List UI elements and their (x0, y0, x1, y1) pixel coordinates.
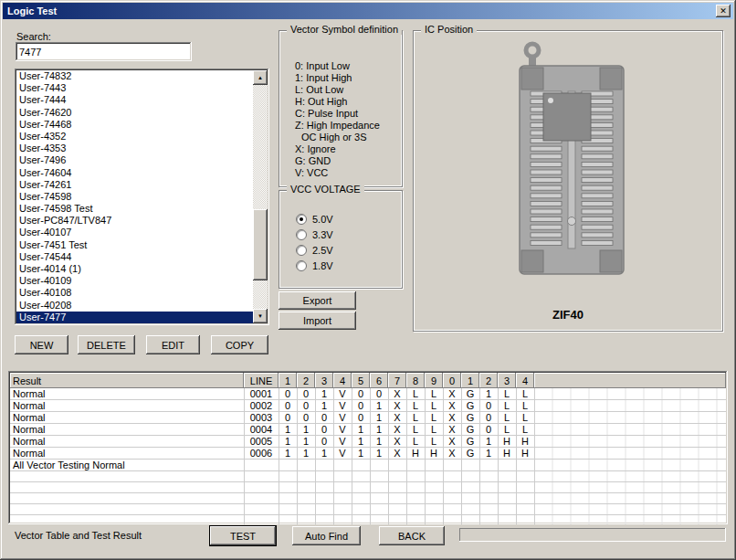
filler-cell (534, 436, 726, 448)
device-list-item[interactable]: User-7477 (16, 312, 253, 323)
scrollbar-thumb[interactable] (253, 209, 268, 280)
column-header-pin-12[interactable]: 2 (479, 373, 498, 388)
column-header-pin-3[interactable]: 3 (315, 373, 333, 388)
column-header-line[interactable]: LINE (244, 373, 279, 388)
device-list-item[interactable]: User-74598 (16, 191, 253, 203)
pin-cell: H (516, 448, 534, 460)
device-list-item[interactable]: User-74604 (16, 167, 253, 179)
result-cell (10, 493, 244, 504)
radio-label: 3.3V (312, 229, 333, 240)
device-list-item[interactable]: User-7451 Test (16, 239, 253, 251)
pin-cell: V (333, 412, 352, 424)
pin-cell (297, 515, 315, 525)
pin-cell: 0 (352, 400, 370, 412)
pin-cell (443, 515, 461, 525)
pin-cell (333, 471, 352, 482)
device-list-item[interactable]: User-74620 (16, 107, 253, 119)
pin-cell (297, 493, 315, 504)
column-header-pin-13[interactable]: 3 (498, 373, 516, 388)
device-list-item[interactable]: User-7444 (16, 94, 253, 106)
pin-cell (461, 493, 479, 504)
column-header-pin-4[interactable]: 4 (333, 373, 352, 388)
column-header-pin-1[interactable]: 1 (279, 373, 297, 388)
vector-symbol-line: H: Out High (295, 96, 398, 108)
zif-socket-graphic (503, 38, 640, 294)
column-header-pin-11[interactable]: 1 (461, 373, 479, 388)
result-cell (10, 504, 244, 515)
column-header-pin-5[interactable]: 5 (352, 373, 370, 388)
pin-cell (388, 504, 406, 515)
export-button[interactable]: Export (279, 291, 356, 310)
titlebar[interactable]: Logic Test ✕ (3, 3, 733, 19)
pin-cell: 0 (352, 388, 370, 400)
delete-button[interactable]: DELETE (78, 335, 135, 354)
column-header-pin-14[interactable]: 4 (516, 373, 534, 388)
vcc-option[interactable]: 5.0V (296, 211, 333, 227)
result-cell: All Vector Testing Normal (10, 460, 244, 471)
edit-button[interactable]: EDIT (146, 335, 200, 354)
pin-cell: 1 (479, 388, 498, 400)
column-header-pin-7[interactable]: 7 (388, 373, 406, 388)
radio-button[interactable] (296, 245, 307, 256)
device-list-item[interactable]: User-74468 (16, 119, 253, 131)
pin-cell: V (333, 436, 352, 448)
list-scrollbar[interactable]: ▲ ▼ (253, 70, 268, 323)
pin-cell: 1 (297, 448, 315, 460)
pin-cell (333, 493, 352, 504)
pin-cell (516, 515, 534, 525)
radio-button[interactable] (296, 260, 307, 271)
scroll-down-button[interactable]: ▼ (253, 309, 268, 323)
scroll-up-button[interactable]: ▲ (253, 70, 268, 85)
device-list-item[interactable]: User-PC847/LTV847 (16, 215, 253, 227)
device-list-item[interactable]: User-4352 (16, 131, 253, 143)
column-header-pin-6[interactable]: 6 (370, 373, 388, 388)
pin-cell: L (516, 424, 534, 436)
test-button[interactable]: TEST (210, 526, 276, 545)
pin-cell: 1 (297, 436, 315, 448)
device-list-item[interactable]: User-40107 (16, 227, 253, 238)
pin-cell: 1 (315, 448, 333, 460)
filler-cell (534, 400, 726, 412)
device-list-item[interactable]: User-40208 (16, 300, 253, 312)
vcc-option[interactable]: 3.3V (296, 227, 333, 242)
device-list-item[interactable]: User-74832 (16, 70, 253, 82)
pin-cell (370, 493, 388, 504)
column-header-pin-9[interactable]: 9 (425, 373, 443, 388)
vcc-option[interactable]: 2.5V (296, 242, 333, 258)
pin-cell (388, 482, 406, 493)
device-list-item[interactable]: User-4014 (1) (16, 263, 253, 275)
ic-chip-graphic (543, 93, 591, 141)
pin-cell: 1 (370, 400, 388, 412)
auto-find-button[interactable]: Auto Find (292, 526, 361, 545)
device-list-item[interactable]: User-74598 Test (16, 203, 253, 215)
pin-cell: X (388, 448, 406, 460)
new-button[interactable]: NEW (15, 335, 68, 354)
search-input[interactable] (16, 42, 192, 61)
column-header-pin-10[interactable]: 0 (443, 373, 461, 388)
column-header-pin-8[interactable]: 8 (406, 373, 425, 388)
close-button[interactable]: ✕ (716, 5, 731, 17)
pin-cell (443, 460, 461, 471)
device-list-item[interactable]: User-7443 (16, 82, 253, 94)
pin-cell: 1 (297, 424, 315, 436)
pin-cell (388, 460, 406, 471)
device-list-item[interactable]: User-4353 (16, 143, 253, 154)
column-header-pin-2[interactable]: 2 (297, 373, 315, 388)
copy-button[interactable]: COPY (211, 335, 268, 354)
pin-cell (333, 482, 352, 493)
device-list-item[interactable]: User-74544 (16, 251, 253, 263)
radio-button[interactable] (296, 214, 307, 225)
footer-status-text: Vector Table and Test Result (15, 530, 142, 541)
device-list-item[interactable]: User-74261 (16, 179, 253, 191)
device-list-item[interactable]: User-40109 (16, 275, 253, 287)
import-button[interactable]: Import (279, 312, 356, 330)
vcc-option[interactable]: 1.8V (296, 258, 333, 273)
pin-cell (333, 460, 352, 471)
device-list-item[interactable]: User-40108 (16, 287, 253, 299)
column-header-result[interactable]: Result (10, 373, 244, 388)
vcc-options: 5.0V3.3V2.5V1.8V (296, 211, 333, 273)
radio-button[interactable] (296, 229, 307, 240)
device-list-item[interactable]: User-7496 (16, 154, 253, 166)
result-cell: Normal (10, 448, 244, 460)
back-button[interactable]: BACK (379, 526, 445, 545)
